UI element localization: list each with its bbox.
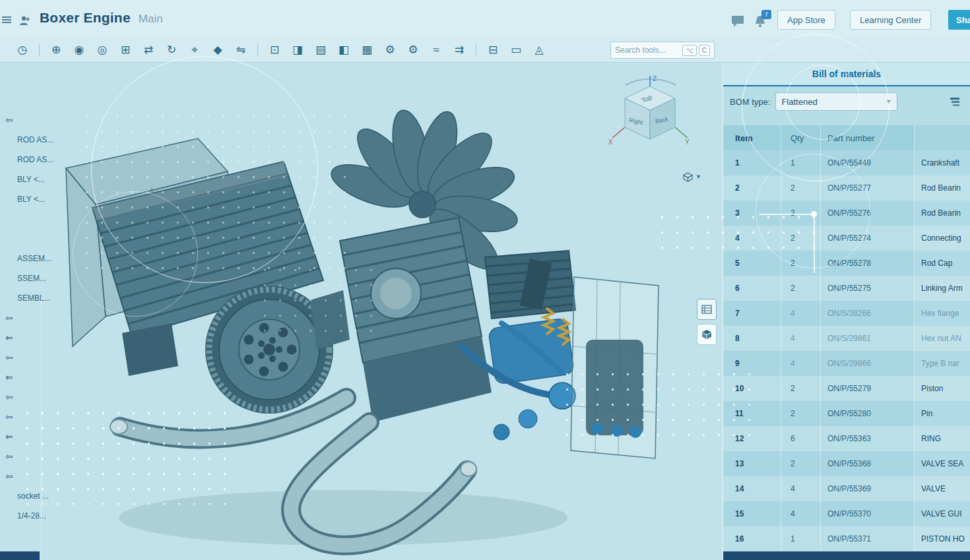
Hex nut AN[interactable]: 8 4 ON/S/29861 Hex nut AN (723, 326, 970, 351)
snap-mode-icon[interactable]: ⌖ (188, 44, 201, 57)
user-add-icon[interactable] (18, 15, 30, 26)
tree-item[interactable]: ⇦ (0, 407, 62, 427)
rotate-icon[interactable]: ↻ (165, 43, 178, 57)
tree-item[interactable]: ⇦ (0, 387, 62, 407)
Rod Bearin[interactable]: 3 2 ON/P/55276 Rod Bearin (723, 201, 970, 226)
bom-panel-toggle[interactable] (697, 299, 717, 320)
view-options-dropdown[interactable]: ▼ (677, 168, 707, 185)
gear-icon[interactable]: ⚙ (406, 43, 420, 57)
VALVE SEA[interactable]: 13 2 ON/P/55368 VALVE SEA (723, 451, 970, 476)
search-tools-box[interactable]: ⌥C (610, 42, 715, 59)
RING[interactable]: 12 6 ON/P/55363 RING (723, 426, 970, 451)
Linking Arm[interactable]: 6 2 ON/P/55275 Linking Arm (723, 276, 970, 301)
pattern-icon[interactable]: ▦ (360, 43, 373, 57)
bom-header-row[interactable]: Item Qty Part number (723, 125, 970, 150)
tree-item[interactable]: SEMBL... (0, 288, 62, 308)
insert-icon[interactable]: ⊕ (49, 43, 63, 57)
assembly-tree-panel: ⇦ ROD AS... ROD AS... BLY <... BLY <... … (0, 63, 62, 560)
tree-item[interactable]: ⇐ (0, 367, 62, 387)
workspace-name[interactable]: Main (139, 13, 163, 26)
bom-table: Item Qty Part number 1 1 ON/P/55449 Cran… (723, 125, 970, 551)
tree-item[interactable]: ⇦ (0, 466, 62, 486)
mate-icon[interactable]: ◉ (73, 43, 86, 57)
mate-connector-icon[interactable]: ◎ (96, 43, 109, 57)
Pin[interactable]: 11 2 ON/P/55280 Pin (723, 401, 970, 426)
arrow-icon: ⇦ (0, 115, 17, 125)
chevron-down-icon: ▼ (695, 173, 701, 180)
tree-item[interactable]: socket ... (0, 486, 62, 506)
filter-icon[interactable] (1, 15, 12, 25)
tree-item[interactable]: ⇐ (0, 427, 62, 447)
tree-item[interactable]: 1/4-28... (0, 506, 62, 526)
column-header-name[interactable] (915, 125, 970, 150)
group-icon[interactable]: ⊞ (119, 43, 132, 57)
document-title: Boxer Engine (40, 10, 131, 26)
appearance-icon[interactable]: ◨ (291, 43, 304, 57)
cube-icon (683, 172, 693, 182)
named-views-icon[interactable]: ▤ (314, 43, 327, 57)
arrow-icon: ⇐ (0, 372, 17, 383)
history-icon[interactable]: ◷ (16, 43, 29, 57)
search-input[interactable] (615, 46, 680, 55)
column-header-qty[interactable]: Qty (781, 125, 821, 150)
tool-icon[interactable] (257, 44, 258, 57)
bom-type-select[interactable]: Flattened ▼ (775, 92, 897, 111)
arrow-icon: ⇦ (0, 412, 17, 422)
tool-icon[interactable] (476, 44, 476, 57)
configuration-icon[interactable]: ⚙ (383, 43, 397, 57)
view-cube[interactable]: Top Right Back Z X Y (607, 75, 695, 163)
column-header-item[interactable]: Item (723, 125, 781, 150)
tree-item[interactable]: BLY <... (0, 170, 62, 189)
tree-item[interactable]: ⇦ (0, 348, 62, 367)
bom-tab[interactable]: Bill of materials (723, 63, 970, 86)
column-header-part-number[interactable]: Part number (821, 125, 915, 150)
comment-icon[interactable] (730, 15, 746, 29)
bom-tab-title: Bill of materials (812, 69, 881, 79)
3d-viewport[interactable]: Top Right Back Z X Y ▼ (0, 63, 723, 560)
measure-icon[interactable]: ◬ (533, 43, 546, 57)
frame-icon[interactable]: ⊡ (268, 43, 281, 57)
VALVE GUI[interactable]: 15 4 ON/P/55370 VALVE GUI (723, 501, 970, 526)
sheet-icon[interactable]: ▭ (509, 43, 523, 57)
tree-item-label: BLY <... (17, 195, 45, 204)
onshape-app: Top Right Back Z X Y ▼ (0, 0, 970, 560)
assembly-toolbar: ◷⊕◉◎⊞⇄↻⌖◆⇋⊡◨▤◧▦⚙⚙≈⇉⊟▭◬ ⌥C (0, 37, 970, 63)
app-store-button[interactable]: App Store (777, 10, 835, 30)
tree-item[interactable]: ⇦ (0, 110, 62, 130)
tree-item[interactable]: SSEM... (0, 268, 62, 288)
PISTON HO[interactable]: 16 1 ON/P/55371 PISTON HO (723, 526, 970, 551)
mirror-icon[interactable]: ⇋ (234, 43, 247, 57)
tool-icon[interactable] (39, 44, 40, 57)
model-config-toggle[interactable] (697, 324, 717, 345)
Type B nar[interactable]: 9 4 ON/S/29866 Type B nar (723, 351, 970, 376)
tree-item[interactable]: ⇐ (0, 328, 62, 348)
tree-item[interactable]: ⇦ (0, 308, 62, 328)
tree-item[interactable]: ASSEM... (0, 249, 62, 268)
Connecting[interactable]: 4 2 ON/P/55274 Connecting (723, 226, 970, 251)
arrow-icon: ⇦ (0, 471, 17, 482)
share-button[interactable]: Share (948, 10, 970, 30)
display-states-icon[interactable]: ◧ (337, 43, 350, 57)
top-bar: Boxer Engine Main 7 App Store Learning C… (0, 0, 970, 37)
Piston[interactable]: 10 2 ON/P/55279 Piston (723, 376, 970, 401)
bom-scrollbar[interactable] (723, 551, 970, 560)
tree-item-label: ASSEM... (17, 254, 51, 263)
bom-settings-button[interactable] (946, 93, 963, 110)
Rod Bearin[interactable]: 2 2 ON/P/55277 Rod Bearin (723, 175, 970, 201)
tree-item[interactable]: BLY <... (0, 189, 62, 209)
Hex flange[interactable]: 7 4 ON/S/38266 Hex flange (723, 301, 970, 326)
learning-center-button[interactable]: Learning Center (850, 10, 931, 30)
move-icon[interactable]: ⇄ (142, 43, 155, 57)
Crankshaft[interactable]: 1 1 ON/P/55449 Crankshaft (723, 150, 970, 175)
belt-icon[interactable]: ⇉ (453, 43, 466, 57)
tree-item[interactable]: ROD AS... (0, 130, 62, 150)
Rod Cap[interactable]: 5 2 ON/P/55278 Rod Cap (723, 251, 970, 276)
axis-z-label: Z (653, 75, 657, 82)
tree-item[interactable]: ROD AS... (0, 150, 62, 170)
tree-item-label: ROD AS... (17, 135, 53, 144)
VALVE[interactable]: 14 4 ON/P/55369 VALVE (723, 476, 970, 501)
tree-item[interactable]: ⇦ (0, 447, 62, 466)
spring-icon[interactable]: ≈ (430, 44, 443, 57)
drawing-icon[interactable]: ⊟ (486, 43, 500, 57)
explode-icon[interactable]: ◆ (211, 43, 224, 57)
